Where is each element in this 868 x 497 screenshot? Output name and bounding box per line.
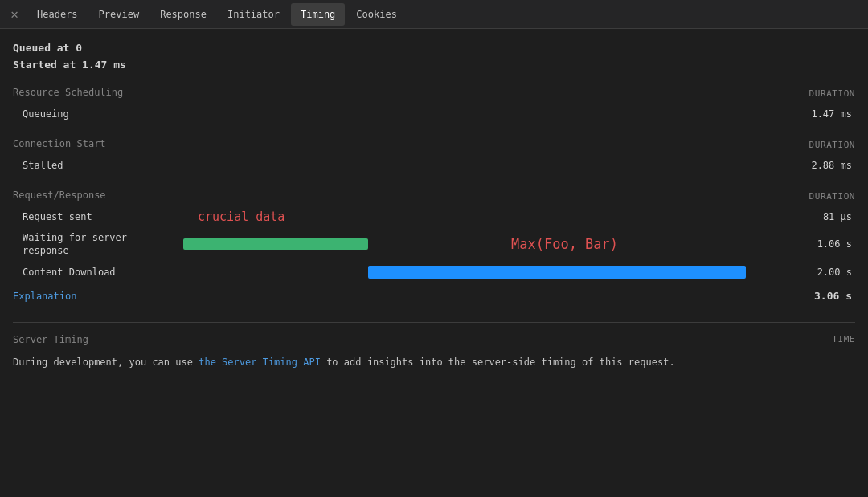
queued-at-label: Queued at 0 (13, 40, 855, 57)
queueing-duration: 1.47 ms (791, 108, 855, 120)
close-icon[interactable]: ✕ (3, 3, 26, 26)
tab-cookies[interactable]: Cookies (346, 3, 407, 26)
tab-response[interactable]: Response (150, 3, 216, 26)
waiting-server-row: Waiting for server response Max(Foo, Bar… (13, 228, 855, 262)
content-download-label: Content Download (13, 263, 174, 281)
waiting-server-duration: 1.06 s (791, 238, 855, 250)
resource-scheduling-title: Resource Scheduling (13, 87, 123, 98)
waiting-server-bar-area: Max(Foo, Bar) (174, 233, 791, 255)
explanation-link[interactable]: Explanation (13, 291, 76, 302)
tab-timing[interactable]: Timing (291, 3, 345, 26)
stalled-bar-area (174, 154, 791, 177)
request-sent-tick (174, 209, 174, 225)
server-timing-desc-end: to add insights into the server-side tim… (321, 356, 675, 368)
content-download-bar (368, 266, 746, 279)
tab-headers[interactable]: Headers (27, 3, 88, 26)
server-timing-time-label: TIME (832, 334, 855, 348)
stalled-row: Stalled 2.88 ms (13, 154, 855, 177)
resource-scheduling-section: Resource Scheduling DURATION Queueing 1.… (13, 87, 855, 125)
tab-initiator[interactable]: Initiator (218, 3, 289, 26)
server-timing-header: Server Timing TIME (13, 334, 855, 348)
tab-preview[interactable]: Preview (89, 3, 149, 26)
content-download-bar-area (174, 261, 791, 283)
queueing-label: Queueing (13, 105, 174, 123)
request-sent-label: Request sent (13, 208, 174, 226)
resource-scheduling-duration-label: DURATION (809, 88, 855, 99)
connection-start-section: Connection Start DURATION Stalled 2.88 m… (13, 138, 855, 177)
server-timing-section: Server Timing TIME During development, y… (13, 322, 855, 369)
request-sent-row: Request sent crucial data 81 μs (13, 206, 855, 228)
waiting-server-label: Waiting for server response (13, 228, 174, 262)
queueing-row: Queueing 1.47 ms (13, 103, 855, 125)
waiting-server-bar (183, 238, 368, 250)
waiting-server-annotation: Max(Foo, Bar) (511, 236, 618, 252)
queueing-bar-area (174, 103, 791, 125)
request-sent-annotation: crucial data (198, 210, 285, 224)
request-response-title: Request/Response (13, 189, 106, 201)
timing-panel: Queued at 0 Started at 1.47 ms Resource … (0, 29, 868, 381)
stalled-duration: 2.88 ms (791, 160, 855, 171)
explanation-row: Explanation 3.06 s (13, 290, 855, 302)
connection-start-title: Connection Start (13, 138, 106, 149)
server-timing-desc: During development, you can use the Serv… (13, 355, 855, 369)
connection-start-duration-label: DURATION (809, 140, 855, 150)
stalled-tick (174, 157, 174, 173)
queueing-tick (174, 106, 174, 122)
tab-bar: ✕ Headers Preview Response Initiator Tim… (0, 0, 868, 29)
request-sent-duration: 81 μs (791, 211, 855, 222)
content-download-duration: 2.00 s (791, 267, 855, 278)
stalled-label: Stalled (13, 157, 174, 174)
section-divider (13, 312, 855, 312)
started-at-label: Started at 1.47 ms (13, 57, 855, 74)
total-value: 3.06 s (814, 290, 855, 302)
content-download-row: Content Download 2.00 s (13, 261, 855, 283)
request-response-section: Request/Response DURATION Request sent c… (13, 189, 855, 284)
request-response-duration-label: DURATION (809, 191, 855, 202)
server-timing-desc-start: During development, you can use (13, 356, 199, 368)
request-sent-bar-area: crucial data (174, 206, 791, 228)
server-timing-title: Server Timing (13, 334, 88, 345)
server-timing-api-link[interactable]: the Server Timing API (199, 356, 321, 368)
